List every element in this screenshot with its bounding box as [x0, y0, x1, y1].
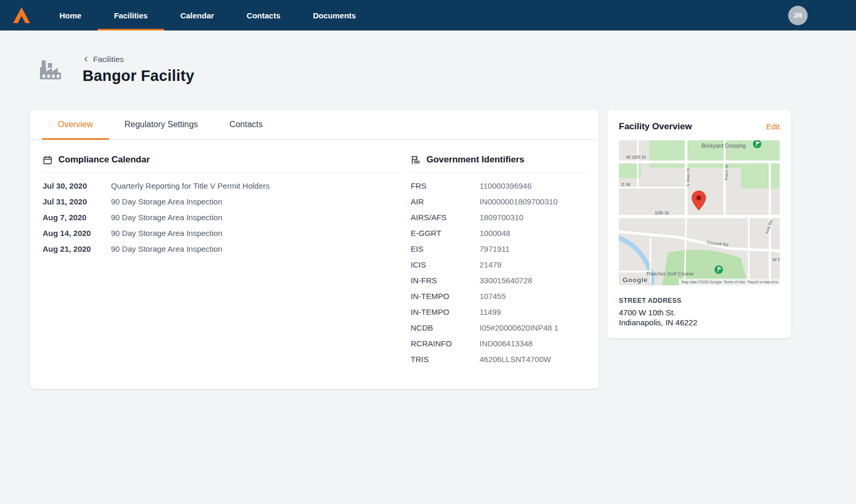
street-address-line1: 4700 W 10th St. [619, 308, 780, 317]
tab-contacts[interactable]: Contacts [213, 110, 278, 139]
map-label-ew: E W [621, 182, 631, 187]
calendar-event-row: Jul 30, 2020 Quarterly Reporting for Tit… [43, 178, 400, 193]
calendar-event-row: Aug 21, 2020 90 Day Storage Area Inspect… [43, 241, 400, 256]
logo-triangle-icon [12, 6, 32, 24]
user-avatar[interactable]: JR [788, 6, 808, 25]
government-identifiers-icon [411, 155, 421, 165]
calendar-event-row: Aug 7, 2020 90 Day Storage Area Inspecti… [43, 209, 400, 225]
identifier-row: AIR IN0000001809700310 [411, 193, 587, 209]
event-title: Quarterly Reporting for Title V Permit H… [111, 181, 270, 190]
identifier-key: IN-FRS [411, 276, 480, 285]
identifier-row: ICIS 21479 [411, 256, 587, 272]
identifier-row: AIRS/AFS 1809700310 [411, 209, 587, 225]
breadcrumb-label: Facilities [93, 55, 124, 64]
compliance-calendar-title: Compliance Calendar [58, 155, 150, 165]
compliance-calendar-section: Compliance Calendar Jul 30, 2020 Quarter… [43, 155, 400, 367]
identifier-value: 1000048 [480, 229, 510, 238]
identifier-row: NCDB I05#20000620INP48 1 [411, 320, 587, 335]
breadcrumb-back-facilities[interactable]: Facilities [83, 55, 124, 64]
identifier-value: 330015640728 [480, 276, 532, 285]
nav-item-facilities[interactable]: Facilities [98, 0, 164, 30]
identifier-value: IN0000001809700310 [480, 197, 557, 206]
identifier-value: 46206LLSNT4700W [480, 355, 551, 364]
map-label-brickyard: Brickyard Crossing [701, 143, 746, 149]
map-attribution-text: Map data ©2020 Google [681, 280, 721, 284]
identifier-key: NCDB [411, 323, 480, 332]
identifier-row: RCRAINFO IND006413348 [411, 335, 587, 351]
calendar-event-row: Aug 14, 2020 90 Day Storage Area Inspect… [43, 225, 400, 241]
identifier-row: EIS 7971911 [411, 241, 587, 256]
identifier-row: IN-TEMPO 107455 [411, 288, 587, 304]
nav-spacer [372, 0, 788, 30]
facility-overview-card: Facility Overview Edit [607, 110, 791, 338]
identifier-row: FRS 110000396946 [411, 178, 587, 193]
nav-item-contacts[interactable]: Contacts [230, 0, 297, 30]
facility-map[interactable]: Brickyard Crossing W 16th St E W N Main … [619, 140, 780, 285]
map-label-10th: 10th St [655, 210, 669, 215]
compliance-calendar-header: Compliance Calendar [43, 155, 400, 173]
nav-item-calendar[interactable]: Calendar [164, 0, 230, 30]
government-identifiers-header: Government Identifiers [411, 155, 587, 173]
map-label-w16th: W 16th St [626, 155, 646, 160]
identifier-value: IND006413348 [480, 339, 533, 348]
identifier-row: E-GGRT 1000048 [411, 225, 587, 241]
chevron-left-icon [83, 56, 89, 63]
identifier-key: EIS [411, 244, 480, 253]
street-address-line2: Indianapolis, IN 46222 [619, 318, 780, 327]
identifier-row: IN-FRS 330015640728 [411, 272, 587, 288]
facility-page-header: Facilities Bangor Facility [38, 55, 856, 85]
event-date: Aug 21, 2020 [43, 244, 111, 253]
identifier-value: 11499 [480, 307, 501, 316]
map-terms-link[interactable]: Terms of Use [723, 280, 745, 284]
identifier-row: IN-TEMPO 11499 [411, 304, 587, 320]
identifier-key: RCRAINFO [411, 339, 480, 348]
identifier-value: I05#20000620INP48 1 [480, 323, 558, 332]
identifier-value: 110000396946 [480, 181, 532, 190]
event-date: Aug 14, 2020 [43, 229, 111, 238]
edit-facility-button[interactable]: Edit [766, 122, 780, 131]
top-navbar: Home Facilities Calendar Contacts Docume… [0, 0, 856, 30]
map-label-wm: W M [772, 257, 780, 262]
page-title: Bangor Facility [83, 67, 195, 85]
identifier-key: AIR [411, 197, 480, 206]
nav-item-documents[interactable]: Documents [297, 0, 372, 30]
government-identifiers-list: FRS 110000396946 AIR IN0000001809700310 … [411, 178, 587, 367]
identifier-key: TRIS [411, 355, 480, 364]
identifier-key: E-GGRT [411, 229, 480, 238]
golf-poi-marker [715, 265, 723, 274]
identifier-value: 1809700310 [480, 213, 523, 222]
map-label-polco: Polco St [724, 164, 729, 180]
event-title: 90 Day Storage Area Inspection [111, 229, 222, 238]
event-date: Jul 30, 2020 [43, 181, 111, 190]
event-title: 90 Day Storage Area Inspection [111, 197, 222, 206]
calendar-icon [43, 155, 53, 165]
tab-regulatory-settings[interactable]: Regulatory Settings [109, 110, 214, 139]
facility-main-card: Overview Regulatory Settings Contacts [30, 110, 599, 389]
overview-tab-panel: Compliance Calendar Jul 30, 2020 Quarter… [30, 140, 599, 389]
event-date: Aug 7, 2020 [43, 213, 111, 222]
identifier-value: 21479 [480, 260, 502, 269]
government-identifiers-section: Government Identifiers FRS 110000396946 … [411, 155, 587, 367]
facility-tabs: Overview Regulatory Settings Contacts [30, 110, 599, 140]
map-report-error-link[interactable]: Report a map error [748, 280, 779, 284]
identifier-key: IN-TEMPO [411, 292, 480, 301]
identifier-key: FRS [411, 181, 480, 190]
google-logo[interactable]: Google [623, 276, 648, 284]
facility-overview-title: Facility Overview [619, 121, 692, 132]
event-title: 90 Day Storage Area Inspection [111, 244, 222, 253]
identifier-key: IN-TEMPO [411, 307, 480, 316]
calendar-event-row: Jul 31, 2020 90 Day Storage Area Inspect… [43, 193, 400, 209]
event-title: 90 Day Storage Area Inspection [111, 213, 222, 222]
identifier-key: ICIS [411, 260, 480, 269]
nav-item-home[interactable]: Home [43, 0, 98, 30]
tab-overview[interactable]: Overview [42, 110, 109, 139]
government-identifiers-title: Government Identifiers [426, 155, 524, 165]
content-area: Overview Regulatory Settings Contacts [30, 110, 791, 389]
identifier-row: TRIS 46206LLSNT4700W [411, 351, 587, 367]
compliance-calendar-list: Jul 30, 2020 Quarterly Reporting for Tit… [43, 178, 400, 256]
factory-icon [38, 59, 63, 80]
app-logo[interactable] [0, 0, 43, 30]
identifier-value: 7971911 [480, 244, 509, 253]
map-label-n-main: N Main St [686, 168, 690, 187]
main-nav: Home Facilities Calendar Contacts Docume… [43, 0, 372, 30]
